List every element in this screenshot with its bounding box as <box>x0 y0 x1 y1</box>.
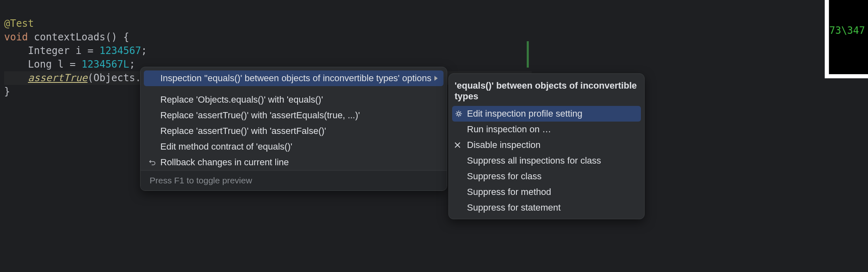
gear-icon <box>455 110 463 118</box>
submenu-suppress-method[interactable]: Suppress for method <box>449 184 644 200</box>
submenu-label: Suppress for method <box>467 187 551 197</box>
svg-line-6 <box>460 115 461 116</box>
submenu-suppress-statement[interactable]: Suppress for statement <box>449 200 644 216</box>
svg-line-8 <box>460 112 461 113</box>
intention-replace-assert-false[interactable]: Replace 'assertTrue()' with 'assertFalse… <box>141 123 447 139</box>
line2-number: 1234567 <box>99 45 141 56</box>
intention-replace-assert-equals[interactable]: Replace 'assertTrue()' with 'assertEqual… <box>141 108 447 123</box>
line4-mid: (Objects. <box>87 72 141 84</box>
keyword-void: void <box>4 31 28 43</box>
intentions-popup: Inspection ''equals()' between objects o… <box>140 67 447 191</box>
intentions-footer: Press F1 to toggle preview <box>141 170 447 190</box>
intention-label: Rollback changes in current line <box>160 157 289 167</box>
submenu-label: Run inspection on … <box>467 124 551 134</box>
submenu-label: Suppress all inspections for class <box>467 155 601 166</box>
intention-inspection-options[interactable]: Inspection ''equals()' between objects o… <box>144 70 443 86</box>
submenu-suppress-class[interactable]: Suppress for class <box>449 169 644 184</box>
intention-label: Edit method contract of 'equals()' <box>160 141 292 152</box>
line3-prefix: Long l = <box>4 59 82 70</box>
close-icon <box>454 141 461 149</box>
submenu-run-on[interactable]: Run inspection on … <box>449 122 644 137</box>
asserttrue-call: assertTrue <box>28 72 88 84</box>
intention-rollback[interactable]: Rollback changes in current line <box>141 155 447 170</box>
line3-number: 1234567L <box>82 59 129 70</box>
submenu-title: 'equals()' between objects of inconverti… <box>449 76 644 106</box>
intention-label: Replace 'Objects.equals()' with 'equals(… <box>160 94 323 105</box>
submenu-edit-profile[interactable]: Edit inspection profile setting <box>452 106 641 122</box>
right-split-editor[interactable]: 73\347 <box>829 0 868 74</box>
annotation: @Test <box>4 18 34 29</box>
intention-replace-objects-equals[interactable]: Replace 'Objects.equals()' with 'equals(… <box>141 92 447 108</box>
closing-brace: } <box>4 86 10 97</box>
submenu-disable[interactable]: Disable inspection <box>449 137 644 153</box>
line2-prefix: Integer i = <box>4 45 99 56</box>
footer-text: Press F1 to toggle preview <box>150 176 252 185</box>
undo-icon <box>148 158 156 166</box>
line4-indent <box>4 72 28 84</box>
right-fragment-text: 73\347 <box>829 25 865 36</box>
vcs-gutter-mark[interactable] <box>527 41 529 68</box>
intention-label: Inspection ''equals()' between objects o… <box>160 73 432 83</box>
intention-edit-contract[interactable]: Edit method contract of 'equals()' <box>141 139 447 155</box>
submenu-label: Edit inspection profile setting <box>467 108 582 119</box>
intention-label: Replace 'assertTrue()' with 'assertFalse… <box>160 126 326 136</box>
submenu-label: Suppress for statement <box>467 202 561 213</box>
right-split-wrap: 73\347 <box>825 0 868 78</box>
svg-line-5 <box>457 112 457 113</box>
sig-paren: () { <box>106 31 129 43</box>
line3-semi: ; <box>129 59 135 70</box>
svg-point-0 <box>457 113 460 115</box>
submenu-suppress-all-class[interactable]: Suppress all inspections for class <box>449 153 644 169</box>
inspection-options-submenu: 'equals()' between objects of inconverti… <box>448 73 645 219</box>
submenu-label: Suppress for class <box>467 171 542 181</box>
intention-label: Replace 'assertTrue()' with 'assertEqual… <box>160 110 360 120</box>
submenu-label: Disable inspection <box>467 140 541 150</box>
svg-line-7 <box>457 115 457 116</box>
line2-semi: ; <box>141 45 147 56</box>
method-name: contextLoads <box>34 31 105 43</box>
